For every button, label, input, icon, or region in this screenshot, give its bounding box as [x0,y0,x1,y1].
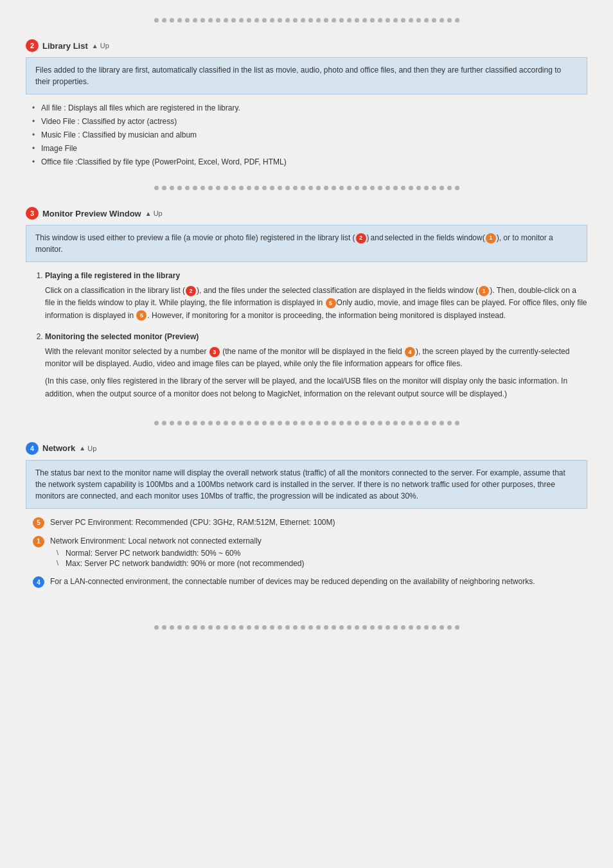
dot [424,625,429,630]
dot [177,18,182,22]
dot [193,421,197,425]
badge-4-inline: 4 [405,347,415,357]
dot [332,625,336,630]
dot [177,625,182,630]
middle-dots-divider-2 [26,409,587,432]
dot [231,421,236,425]
bullet-image-file: Image File [32,143,587,154]
dot [440,421,444,425]
dot [216,18,220,22]
network-info-text: The status bar next to the monitor name … [35,468,565,500]
library-list-section: 2 Library List ▲ Up Files added to the l… [26,39,587,168]
dot [424,421,429,425]
network-item-2: 1 Network Environment: Local network not… [26,535,587,569]
monitor-preview-badge: 3 [26,207,39,220]
dot [332,18,336,22]
monitor-preview-title: Monitor Preview Window [42,209,141,218]
dot [316,625,321,630]
monitor-preview-list: Playing a file registered in the library… [32,270,587,400]
dot [347,186,351,190]
dot [355,186,359,190]
dot [224,625,228,630]
dot [278,625,282,630]
dot [362,18,367,22]
dot [324,421,328,425]
monitor-preview-up-link[interactable]: ▲ Up [145,209,163,217]
library-list-badge: 2 [26,39,39,52]
dot [332,421,336,425]
network-up-link[interactable]: ▲ Up [79,445,96,452]
dot [378,625,382,630]
dot [362,186,367,190]
top-dots-divider [26,6,587,29]
up-arrow-icon: ▲ [145,210,152,217]
dot [347,625,351,630]
dot [339,421,344,425]
dot [270,625,274,630]
dot [455,18,459,22]
monitoring-para2: (In this case, only files registered in … [45,375,587,400]
dot [285,18,290,22]
dot [208,625,213,630]
dot [455,625,459,630]
dot [154,18,159,22]
badge-3-inline: 3 [209,347,220,357]
bullet-office-file: Office file :Classified by file type (Po… [32,156,587,168]
dot [208,186,213,190]
up-arrow-icon: ▲ [79,445,85,452]
dot [362,625,367,630]
dot [185,625,190,630]
monitoring-para1: With the relevant monitor selected by a … [45,346,587,370]
dot [278,18,282,22]
monitor-preview-up-label: Up [154,209,163,217]
dot [316,186,321,190]
dot [216,421,220,425]
network-sub-bullets: Normal: Server PC network bandwidth: 50%… [50,549,305,568]
dot [432,18,436,22]
dot [239,18,244,22]
network-item-2-text: Network Environment: Local network not c… [50,536,262,545]
dot [278,186,282,190]
bullet-all-file: All file : Displays all files which are … [32,102,587,114]
dot [270,186,274,190]
network-badge: 4 [26,442,39,455]
dot [170,18,174,22]
dot [324,18,328,22]
dot [347,421,351,425]
library-list-bullets: All file : Displays all files which are … [26,102,587,168]
dot [424,186,429,190]
dot [254,421,259,425]
network-badge-5: 5 [33,517,44,529]
dot [224,421,228,425]
dot [424,18,429,22]
dot [308,18,313,22]
dot [216,625,220,630]
dot [154,186,159,190]
library-list-header: 2 Library List ▲ Up [26,39,587,52]
dot [177,186,182,190]
monitoring-item: Monitoring the selected monitor (Preview… [45,331,587,400]
library-list-up-link[interactable]: ▲ Up [92,42,109,49]
dot [370,186,375,190]
dot [370,625,375,630]
monitor-preview-section: 3 Monitor Preview Window ▲ Up This windo… [26,207,587,400]
sub-bullet-normal: Normal: Server PC network bandwidth: 50%… [57,549,305,558]
dot [440,625,444,630]
dot [285,421,290,425]
dot [301,186,305,190]
dot [401,18,405,22]
bullet-music-file: Music File : Classified by musician and … [32,129,587,141]
dot [224,18,228,22]
network-section: 4 Network ▲ Up The status bar next to th… [26,442,587,589]
dot [301,421,305,425]
dot [455,186,459,190]
dot [193,186,197,190]
dot [278,421,282,425]
dot [247,18,251,22]
dot [185,186,190,190]
dot [370,421,375,425]
dot [308,186,313,190]
dot [254,18,259,22]
dot [154,421,159,425]
dot [347,18,351,22]
